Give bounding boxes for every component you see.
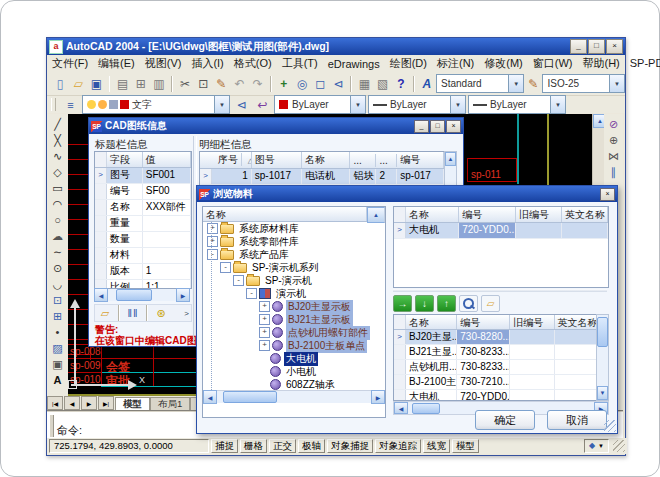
scroll-left-icon[interactable]: ◀ bbox=[203, 390, 217, 404]
table-row[interactable]: 大电机 720-YDD0... bbox=[394, 390, 597, 401]
toggle-osnap[interactable]: 对象捕捉 bbox=[327, 439, 373, 453]
save-icon[interactable]: ▣ bbox=[87, 74, 105, 93]
menu-draw[interactable]: 绘图(D) bbox=[385, 56, 432, 71]
redo-icon[interactable]: ↷ bbox=[249, 74, 267, 93]
minimize-button[interactable]: _ bbox=[414, 120, 429, 133]
table-row[interactable]: > 1 sp-1017 电话机 铝块 2 sp-017 bbox=[200, 169, 444, 185]
toggle-snap[interactable]: 捕捉 bbox=[211, 439, 238, 453]
resize-grip[interactable] bbox=[613, 440, 625, 452]
menu-edrawings[interactable]: eDrawings bbox=[323, 58, 385, 70]
command-window-grip[interactable] bbox=[49, 415, 54, 437]
add-to-bom-icon[interactable]: → bbox=[393, 295, 412, 312]
zoom-window-icon[interactable]: ◻ bbox=[311, 74, 329, 93]
column-header[interactable]: 名称 bbox=[302, 152, 350, 168]
color-combo[interactable]: ByLayer ▼ bbox=[274, 95, 366, 114]
cell[interactable] bbox=[510, 360, 554, 374]
menu-edit[interactable]: 编辑(E) bbox=[93, 56, 140, 71]
value-cell[interactable] bbox=[143, 248, 191, 263]
maximize-button[interactable]: □ bbox=[588, 39, 605, 54]
cell[interactable]: 720-YDD0... bbox=[457, 390, 510, 401]
cell[interactable]: 电话机 bbox=[302, 169, 350, 184]
table-row[interactable]: 名称 XXX部件 bbox=[95, 200, 191, 216]
tree-expander[interactable]: - bbox=[246, 288, 257, 299]
cell[interactable] bbox=[510, 330, 554, 344]
cell[interactable]: 730-7210... bbox=[457, 375, 510, 389]
toggle-polar[interactable]: 极轴 bbox=[298, 439, 325, 453]
last-tab-icon[interactable]: ▶| bbox=[98, 396, 114, 410]
scroll-thumb[interactable] bbox=[223, 391, 277, 403]
cell[interactable] bbox=[510, 375, 554, 389]
erase-icon[interactable]: ⊘ bbox=[605, 116, 623, 132]
field-cell[interactable]: 图号 bbox=[107, 168, 143, 183]
cell[interactable] bbox=[555, 345, 597, 359]
menu-sp-pdm-plugin[interactable]: SP-PDM插件(P) bbox=[625, 56, 660, 71]
settings-add-icon[interactable]: ⊛ bbox=[151, 305, 171, 321]
bom-vscrollbar[interactable]: ▼ bbox=[596, 314, 609, 401]
cell[interactable]: 铝块 bbox=[350, 169, 376, 184]
menu-view[interactable]: 视图(V) bbox=[140, 56, 187, 71]
cell[interactable]: 730-8280... bbox=[457, 330, 510, 344]
cell[interactable]: 大电机 bbox=[406, 223, 459, 238]
cell[interactable] bbox=[555, 375, 597, 389]
cut-icon[interactable]: ✂ bbox=[176, 74, 194, 93]
cell[interactable]: sp-1017 bbox=[252, 169, 302, 184]
toggle-model[interactable]: 模型 bbox=[452, 439, 479, 453]
chevron-down-icon[interactable]: ▼ bbox=[508, 75, 523, 92]
designcenter-icon[interactable]: ▧ bbox=[374, 74, 392, 93]
copy-icon[interactable]: ⊡ bbox=[194, 74, 212, 93]
rectangle-icon[interactable]: ▭ bbox=[49, 180, 67, 196]
column-header[interactable]: 名称 bbox=[406, 315, 457, 329]
field-cell[interactable]: 数量 bbox=[107, 232, 143, 247]
search-icon[interactable] bbox=[459, 295, 478, 312]
linetype-combo[interactable]: ByLayer ▼ bbox=[368, 95, 466, 114]
field-cell[interactable]: 重量 bbox=[107, 216, 143, 231]
hatch-icon[interactable]: ▨ bbox=[49, 340, 67, 356]
scroll-left-icon[interactable]: ◀ bbox=[94, 288, 108, 302]
close-button[interactable]: × bbox=[606, 39, 623, 54]
cell[interactable]: BJ-2100主... bbox=[406, 375, 457, 389]
prev-tab-icon[interactable]: ◀ bbox=[64, 396, 80, 410]
cad-info-titlebar[interactable]: SP CAD图纸信息 _ □ × bbox=[89, 118, 463, 134]
scroll-up-icon[interactable]: ▲ bbox=[367, 207, 385, 223]
comm-center-icon[interactable]: ◆ bbox=[589, 440, 595, 452]
barcode-icon[interactable]: ‖‖ bbox=[123, 305, 143, 321]
column-header[interactable]: 序号 △ bbox=[212, 152, 252, 168]
mirror-icon[interactable]: ⋈ bbox=[605, 148, 623, 164]
chevron-down-icon[interactable]: ▼ bbox=[350, 96, 365, 113]
field-cell[interactable]: 名称 bbox=[107, 200, 143, 215]
table-row[interactable]: BJ21主显... 730-8233... bbox=[394, 345, 597, 360]
table-row[interactable]: 版本 1 bbox=[95, 264, 191, 280]
tree-item-screw-part[interactable]: +点钞机用螺钉部件 bbox=[203, 326, 385, 339]
table-row[interactable]: BJ-2100主... 730-7210... bbox=[394, 375, 597, 390]
xline-icon[interactable]: ╳ bbox=[49, 132, 67, 148]
column-header[interactable]: 编号 bbox=[459, 207, 516, 222]
toggle-lineweight[interactable]: 线宽 bbox=[423, 439, 450, 453]
arc-icon[interactable]: ◠ bbox=[49, 196, 67, 212]
tree-expander[interactable]: + bbox=[207, 236, 218, 247]
new-file-icon[interactable]: ▯ bbox=[51, 74, 69, 93]
dim-style-combo[interactable]: ISO-25 ▼ bbox=[542, 74, 625, 93]
column-header[interactable]: 英文名称 bbox=[562, 207, 608, 222]
cell[interactable]: 大电机 bbox=[406, 390, 457, 401]
plot-icon[interactable]: ▤ bbox=[113, 74, 131, 93]
tree-item-raw-material-lib[interactable]: +系统原材料库 bbox=[203, 222, 385, 235]
coordinate-readout[interactable]: 725.1794, 429.8903, 0.0000 bbox=[49, 439, 209, 453]
make-layer-current-icon[interactable]: ⊲ bbox=[232, 95, 251, 114]
titleblock-grid[interactable]: 字段 值 > 图号 SF001 编号 SF00 名称 XXX部件 重量 数量 bbox=[94, 151, 192, 289]
window-titlebar[interactable]: a AutoCAD 2004 - [E:\UG\dwg\图框\测试用图(部件).… bbox=[47, 38, 625, 55]
toggle-otrack[interactable]: 对象追踪 bbox=[375, 439, 421, 453]
table-row[interactable]: > 图号 SF001 bbox=[95, 168, 191, 184]
zoom-previous-icon[interactable]: ⊲ bbox=[329, 74, 347, 93]
scroll-right-icon[interactable]: ▶ bbox=[371, 390, 385, 404]
bom-grid[interactable]: 名称 编号 旧编号 英文名称 > BJ20主显... 730-8280... B… bbox=[393, 314, 598, 401]
publish-icon[interactable]: ▥ bbox=[150, 74, 168, 93]
cell[interactable] bbox=[555, 390, 597, 401]
table-row[interactable]: > 大电机 720-YDD0... bbox=[394, 223, 608, 239]
layer-previous-icon[interactable]: ↩ bbox=[253, 95, 272, 114]
next-tab-icon[interactable]: ▶ bbox=[81, 396, 97, 410]
tree-item-sp-series[interactable]: -SP-演示机系列 bbox=[203, 261, 385, 274]
table-row[interactable]: 编号 SF00 bbox=[95, 184, 191, 200]
text-icon[interactable]: A bbox=[49, 372, 67, 388]
table-row[interactable]: 数量 bbox=[95, 232, 191, 248]
tree-expander[interactable]: + bbox=[259, 301, 270, 312]
